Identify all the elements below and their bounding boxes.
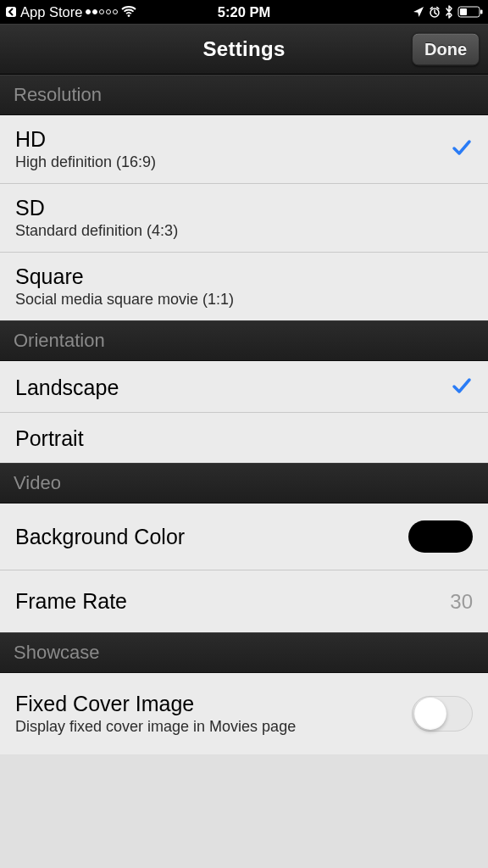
frame-rate-value: 30 xyxy=(450,590,473,614)
orientation-option-portrait[interactable]: Portrait xyxy=(0,413,488,463)
status-time: 5:20 PM xyxy=(164,4,324,20)
option-subtitle: High definition (16:9) xyxy=(15,153,156,171)
background-color-row[interactable]: Background Color xyxy=(0,504,488,570)
frame-rate-row[interactable]: Frame Rate 30 xyxy=(0,570,488,632)
alarm-icon xyxy=(429,6,441,18)
orientation-option-landscape[interactable]: Landscape xyxy=(0,361,488,413)
svg-point-1 xyxy=(128,14,130,17)
back-to-app-label[interactable]: App Store xyxy=(20,4,82,20)
fixed-cover-toggle[interactable] xyxy=(412,696,473,732)
wifi-icon xyxy=(121,6,136,18)
resolution-option-square[interactable]: Square Social media square movie (1:1) xyxy=(0,253,488,320)
option-subtitle: Standard definition (4:3) xyxy=(15,222,178,240)
checkmark-icon xyxy=(451,375,473,400)
option-title: Portrait xyxy=(15,426,84,451)
checkmark-icon xyxy=(451,136,473,162)
resolution-option-sd[interactable]: SD Standard definition (4:3) xyxy=(0,184,488,253)
status-bar: App Store 5:20 PM xyxy=(0,0,488,24)
back-chevron-icon[interactable] xyxy=(5,6,17,18)
option-title: SD xyxy=(15,196,178,220)
location-icon xyxy=(413,6,424,18)
section-header-showcase: Showcase xyxy=(0,632,488,673)
svg-rect-4 xyxy=(480,10,483,14)
done-button[interactable]: Done xyxy=(412,33,480,66)
option-title: Square xyxy=(15,264,234,289)
svg-rect-5 xyxy=(460,8,467,15)
section-header-video: Video xyxy=(0,463,488,504)
option-subtitle: Social media square movie (1:1) xyxy=(15,291,234,309)
page-title: Settings xyxy=(202,37,285,61)
row-title: Fixed Cover Image xyxy=(15,692,296,716)
color-swatch[interactable] xyxy=(408,520,473,553)
resolution-option-hd[interactable]: HD High definition (16:9) xyxy=(0,115,488,184)
section-header-resolution: Resolution xyxy=(0,75,488,115)
row-label: Frame Rate xyxy=(15,589,127,614)
bluetooth-icon xyxy=(445,5,453,19)
svg-rect-0 xyxy=(6,7,16,17)
row-label: Background Color xyxy=(15,525,185,549)
fixed-cover-image-row[interactable]: Fixed Cover Image Display fixed cover im… xyxy=(0,673,488,754)
navigation-bar: Settings Done xyxy=(0,24,488,75)
toggle-knob xyxy=(414,698,446,730)
section-header-orientation: Orientation xyxy=(0,320,488,361)
signal-dots-icon xyxy=(86,9,118,14)
row-subtitle: Display fixed cover image in Movies page xyxy=(15,718,296,736)
option-title: Landscape xyxy=(15,376,119,400)
option-title: HD xyxy=(15,127,156,152)
battery-icon xyxy=(458,6,483,18)
